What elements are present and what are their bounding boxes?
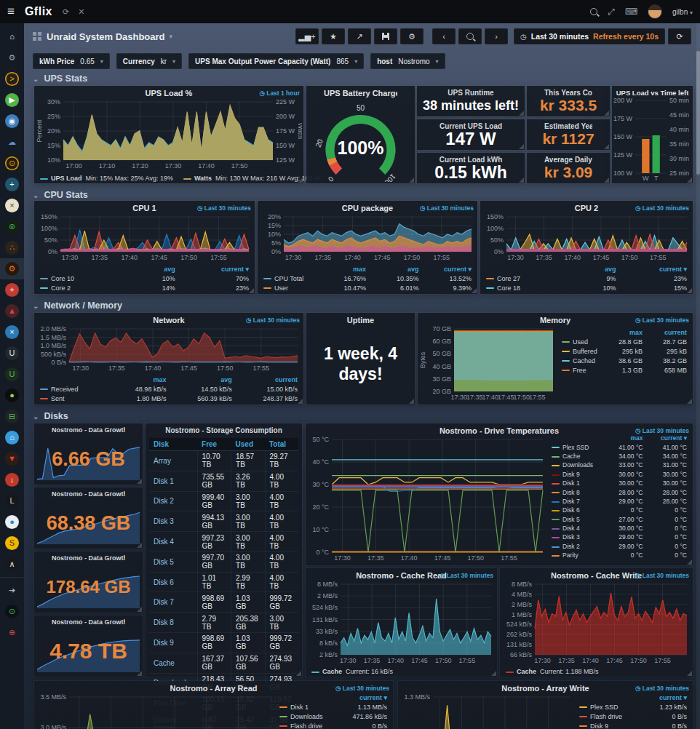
cache-read-chart[interactable]: 2 kB/s8 kB/s33 kB/s131 kB/s524 kB/s2 MB/… [307,581,496,665]
legend-item-label[interactable]: Downloads [277,712,337,721]
sidebar-item-jacket-app[interactable]: ∧ [0,554,24,575]
panel-resize-handle[interactable] [409,399,414,404]
sidebar-item-lazylibrarian[interactable]: L [0,490,24,511]
add-panel-button[interactable]: ▂▅+ [295,28,319,44]
panel-resize-handle[interactable] [687,399,692,404]
legend-column-header[interactable]: avg [548,264,619,274]
legend-item-label[interactable]: Buffered [559,346,601,356]
sidebar-item-tautulli[interactable]: > [0,68,24,89]
time-range-label[interactable]: ◷ Last 30 minutes [635,204,689,212]
network-chart[interactable]: 0 B/s500 kB/s1.0 MB/s1.5 MB/s2.0 MB/s17:… [36,326,302,373]
row-header-network-memory[interactable]: ⌄Network / Memory [33,300,122,311]
panel-resize-handle[interactable] [604,144,609,149]
legend-item-label[interactable]: Disk 8 [549,487,602,496]
sidebar-item-water-drop[interactable]: ● [0,511,24,533]
legend-item-label[interactable]: Disk 9 [549,470,602,479]
zoom-out-button[interactable] [458,28,482,44]
legend-column-header[interactable]: current ▾ [619,264,690,274]
legend-item-label[interactable]: Free [559,365,601,375]
cpu1-chart[interactable]: 0%50%100%150%17:3017:3517:4017:4517:5017… [36,214,253,262]
variable-kwh-price[interactable]: kWh Price0.65▾ [33,53,110,69]
sidebar-item-jackett-search[interactable]: ⊙ [0,153,24,174]
legend-item[interactable]: Cache Current: 1.188 MB/s [506,668,599,675]
time-range-label[interactable]: ◷ Last 1 hour [259,89,300,97]
variable-currency[interactable]: Currencykr▾ [116,53,182,69]
legend-column-header[interactable]: max [602,434,646,442]
app-logo[interactable]: Gflix [25,5,52,18]
search-icon[interactable] [590,8,597,15]
sidebar-item-app-cross-cream[interactable]: × [0,195,24,216]
screen-icon[interactable]: ⌨ [625,7,637,17]
panel-title[interactable]: Nostromo - Data Growth This Month [52,554,125,562]
panel-title[interactable]: Nostromo - Array Read [52,684,375,693]
panel-resize-handle[interactable] [249,288,254,293]
legend-item-label[interactable]: Cache [549,452,602,461]
user-menu[interactable]: gilbn ▾ [672,8,693,16]
sidebar-item-gitlab[interactable]: ▼ [0,448,24,469]
legend-item-label[interactable]: Core 27 [483,274,548,283]
scrollbar-track[interactable] [696,23,700,729]
time-range-picker[interactable]: ◷ Last 30 minutes Refresh every 10s [514,28,665,44]
panel-resize-handle[interactable] [687,288,692,293]
panel-resize-handle[interactable] [519,111,524,116]
panel-resize-handle[interactable] [409,178,414,183]
panel-title[interactable]: Nostromo - Data Growth Today [52,426,125,434]
sidebar-item-unifi-green[interactable]: U [0,364,24,385]
legend-item-label[interactable]: Disk 7 [549,497,602,506]
legend-column-header[interactable]: current ▾ [422,264,475,274]
drive-temps-chart[interactable]: 0 °C10 °C20 °C30 °C40 °C50 °C17:3017:351… [307,437,547,562]
fullscreen-icon[interactable]: ⤢ [608,7,615,17]
sidebar-item-app-blue-knot[interactable]: × [0,322,24,343]
avatar[interactable] [648,4,662,19]
panel-resize-handle[interactable] [687,671,692,676]
time-range-label[interactable]: ◷ Last 30 minutes [635,572,689,579]
legend-column-header[interactable]: current [235,375,301,384]
legend-item-label[interactable]: Sent [37,394,103,403]
legend-item-label[interactable]: Disk 1 [549,479,602,487]
tab-refresh-icon[interactable]: ⟳ [63,7,69,17]
cpu2-chart[interactable]: 0%50%100%150%17:3017:3517:4017:4517:5017… [482,214,691,262]
legend-item-label[interactable]: Plex SSD [549,442,602,451]
panel-title[interactable]: UPS Load % [52,89,286,97]
legend-column-header[interactable]: max [601,327,645,337]
panel-resize-handle[interactable] [137,671,142,676]
table-column-header[interactable]: Free [197,438,231,451]
variable-host[interactable]: hostNostromo▾ [370,53,445,69]
sidebar-item-support-lifebuoy[interactable]: ⊕ [0,622,24,643]
ups-bars-chart[interactable]: 100 W125 W150 W175 W200 W25 min30 min35 … [613,97,691,182]
panel-title[interactable]: Nostromo - Storage Consumption [163,426,285,434]
legend-item-label[interactable]: Core 2 [37,283,105,292]
star-button[interactable]: ★ [322,28,345,44]
legend-item-label[interactable]: Disk 9 [576,721,636,729]
ups-load-chart[interactable]: 10%15%20%25%30%125 W150 W175 W200 W225 W… [36,99,302,170]
time-range-label[interactable]: ◷ Last 30 minutes [635,316,689,324]
legend-item-label[interactable]: Flash drive [576,712,636,721]
sidebar-item-sabnzbd[interactable]: S [0,533,24,554]
legend-item-label[interactable]: Disk 6 [549,506,602,514]
tab-close-icon[interactable]: ✕ [78,7,84,17]
sidebar-item-app-green-ring[interactable]: ⊚ [0,216,24,237]
legend-column-header[interactable]: avg [369,264,421,274]
panel-title[interactable]: UPS Load vs Time left [615,89,690,97]
panel-title[interactable]: Uptime [324,316,397,324]
sidebar-item-grafana-active[interactable]: ⚙ [0,258,24,279]
legend-column-header[interactable]: max [317,264,369,274]
sidebar-item-toggle-app[interactable]: ⊟ [0,406,24,427]
legend-item-label[interactable]: Flash drive [277,721,337,729]
sidebar-item-pihole[interactable]: ● [0,385,24,406]
table-column-header[interactable]: Used [231,438,265,451]
panel-resize-handle[interactable] [519,178,524,183]
legend-item-label[interactable]: CPU Total [260,274,317,283]
legend-column-header[interactable]: current ▾ [178,264,252,274]
panel-resize-handle[interactable] [519,144,524,149]
time-range-label[interactable]: ◷ Last 30 minutes [197,204,251,212]
zoom-next-button[interactable]: › [485,28,508,44]
panel-resize-handle[interactable] [137,543,142,548]
array-read-chart[interactable]: 2.5 MB/s3.0 MB/s3.5 MB/s [36,694,275,729]
panel-resize-handle[interactable] [604,178,609,183]
legend-column-header[interactable]: current ▾ [337,693,390,702]
legend-column-header[interactable]: max [103,375,169,384]
variable-ups-max-output-power-capacity-watt-[interactable]: UPS Max Output Power Capacity (Watt)865▾ [188,53,364,69]
panel-resize-handle[interactable] [296,671,301,676]
table-column-header[interactable]: Total [265,438,298,451]
